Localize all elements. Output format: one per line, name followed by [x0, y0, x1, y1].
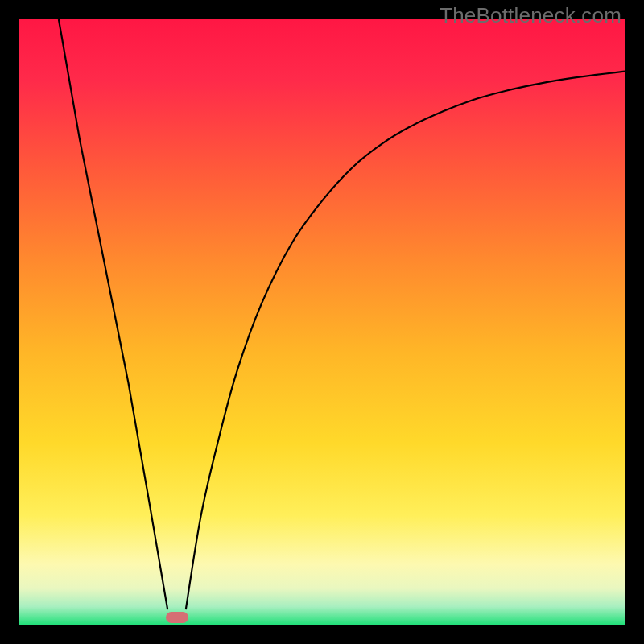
optimal-marker: [166, 612, 188, 623]
watermark-text: TheBottleneck.com: [440, 3, 621, 28]
svg-rect-0: [19, 19, 625, 625]
chart-frame: [19, 19, 625, 625]
gradient-background: [19, 19, 625, 625]
